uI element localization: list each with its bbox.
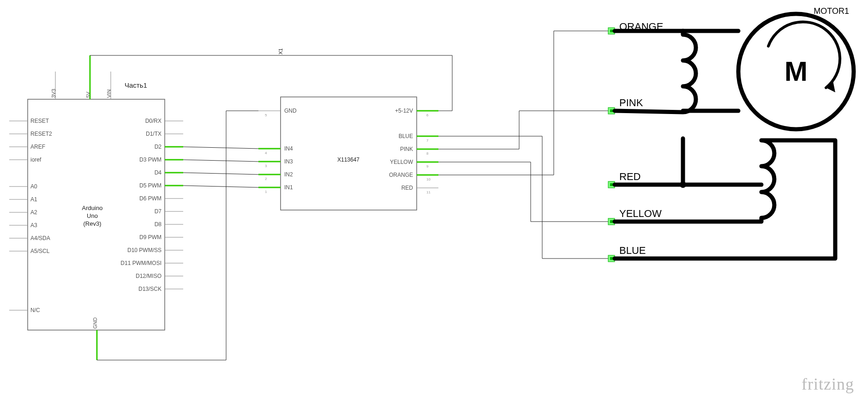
svg-text:IN3: IN3 xyxy=(284,158,293,165)
driver-right-pins: 6+5-12V 7BLUE 8PINK 9YELLOW 10ORANGE 11R… xyxy=(389,108,438,194)
svg-text:D6 PWM: D6 PWM xyxy=(139,195,162,202)
svg-text:5: 5 xyxy=(265,113,267,117)
svg-text:A1: A1 xyxy=(30,196,37,203)
svg-text:D11 PWM/MOSI: D11 PWM/MOSI xyxy=(120,260,162,266)
svg-text:BLUE: BLUE xyxy=(399,133,413,139)
driver-net-label: X1 xyxy=(278,48,283,54)
arduino-right-pins: D0/RX D1/TX D2 D3 PWM D4 D5 PWM D6 PWM D… xyxy=(120,118,183,292)
svg-text:ORANGE: ORANGE xyxy=(389,172,413,178)
svg-text:IN4: IN4 xyxy=(284,145,293,152)
svg-text:GND: GND xyxy=(284,108,297,114)
svg-rect-101 xyxy=(610,257,613,260)
motor-wire-red: RED xyxy=(619,171,641,182)
arduino-top-pins: 3V3 5V VIN xyxy=(51,55,112,99)
svg-text:IN1: IN1 xyxy=(284,184,293,191)
svg-text:1: 1 xyxy=(265,190,267,194)
arduino-block: Arduino Uno (Rev3) 3V3 5V VIN RESET RESE… xyxy=(9,55,183,360)
motor-terminals: ORANGE PINK RED YELLOW BLUE xyxy=(608,21,663,262)
svg-text:11: 11 xyxy=(426,190,431,194)
driver-block: X113647 X1 5GND 4IN4 3IN3 2IN2 1IN1 6+5-… xyxy=(258,48,438,210)
svg-rect-97 xyxy=(610,183,613,186)
svg-text:5V: 5V xyxy=(85,91,91,98)
svg-text:10: 10 xyxy=(426,177,431,181)
svg-text:D0/RX: D0/RX xyxy=(145,118,162,124)
svg-text:ioref: ioref xyxy=(30,156,42,163)
motor-wire-blue: BLUE xyxy=(619,245,646,256)
svg-text:D4: D4 xyxy=(155,169,162,176)
svg-text:D10 PWM/SS: D10 PWM/SS xyxy=(127,247,162,253)
svg-text:6: 6 xyxy=(426,113,429,117)
svg-text:YELLOW: YELLOW xyxy=(390,159,413,165)
svg-text:AREF: AREF xyxy=(30,144,45,150)
arduino-name-2: Uno xyxy=(87,212,98,219)
svg-text:RED: RED xyxy=(401,185,413,191)
svg-text:D2: D2 xyxy=(155,144,162,150)
arduino-name-3: (Rev3) xyxy=(83,220,101,227)
svg-text:VIN: VIN xyxy=(106,90,112,98)
motor-symbol: M xyxy=(615,14,854,259)
svg-text:D8: D8 xyxy=(155,221,162,228)
svg-text:A5/SCL: A5/SCL xyxy=(30,248,50,254)
svg-text:3: 3 xyxy=(265,164,267,168)
driver-name: X113647 xyxy=(337,156,359,163)
arduino-gnd-label: GND xyxy=(92,318,98,329)
svg-text:A4/SDA: A4/SDA xyxy=(30,235,50,241)
motor-title: MOTOR1 xyxy=(814,6,849,16)
arduino-left-pins: RESET RESET2 AREF ioref A0 A1 A2 A3 A4/S… xyxy=(9,118,52,313)
motor-wire-pink: PINK xyxy=(619,97,643,108)
svg-text:D5 PWM: D5 PWM xyxy=(139,182,162,189)
svg-text:RESET: RESET xyxy=(30,118,49,124)
svg-text:+5-12V: +5-12V xyxy=(395,108,413,114)
svg-text:D3 PWM: D3 PWM xyxy=(139,156,162,163)
svg-text:3V3: 3V3 xyxy=(51,89,56,98)
svg-text:D12/MISO: D12/MISO xyxy=(136,273,162,279)
schematic-canvas: Arduino Uno (Rev3) 3V3 5V VIN RESET RESE… xyxy=(0,0,868,403)
motor-wire-yellow: YELLOW xyxy=(619,208,662,219)
svg-text:D9 PWM: D9 PWM xyxy=(139,234,162,241)
svg-text:A2: A2 xyxy=(30,209,37,216)
svg-text:2: 2 xyxy=(265,177,267,181)
svg-text:8: 8 xyxy=(426,151,429,156)
watermark: fritzing xyxy=(802,374,854,394)
svg-text:A3: A3 xyxy=(30,222,37,229)
svg-text:A0: A0 xyxy=(30,183,37,190)
svg-text:4: 4 xyxy=(265,151,267,155)
svg-text:D13/SCK: D13/SCK xyxy=(138,286,162,292)
arduino-name-1: Arduino xyxy=(82,205,103,211)
svg-rect-95 xyxy=(610,109,613,112)
svg-text:7: 7 xyxy=(426,138,429,143)
svg-text:D7: D7 xyxy=(155,208,162,215)
signal-wires xyxy=(183,147,258,187)
driver-left-pins: 5GND 4IN4 3IN3 2IN2 1IN1 xyxy=(258,108,297,194)
svg-text:N/C: N/C xyxy=(30,307,40,313)
svg-text:D1/TX: D1/TX xyxy=(146,131,162,137)
svg-text:RESET2: RESET2 xyxy=(30,131,52,137)
svg-text:IN2: IN2 xyxy=(284,171,293,178)
svg-rect-99 xyxy=(610,220,613,223)
svg-rect-93 xyxy=(610,30,613,32)
motor-signal-wires xyxy=(438,31,611,259)
svg-text:PINK: PINK xyxy=(400,146,413,152)
motor-letter: M xyxy=(784,56,808,87)
part1-label: Часть1 xyxy=(125,81,147,89)
svg-text:9: 9 xyxy=(426,164,429,168)
